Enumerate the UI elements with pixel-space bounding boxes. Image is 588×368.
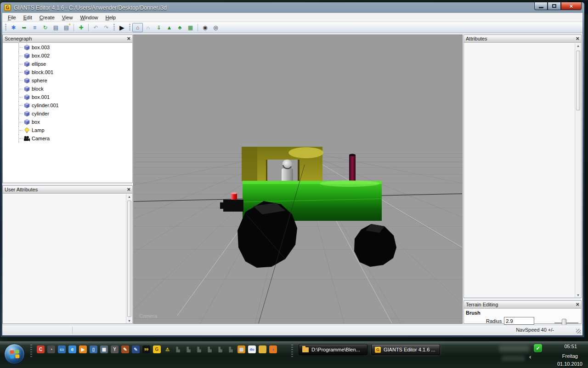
calculator-icon[interactable]: ▦ xyxy=(100,345,108,353)
beacon-light[interactable] xyxy=(231,193,237,200)
menu-create[interactable]: Create xyxy=(36,13,58,22)
play-icon[interactable]: ▶ xyxy=(117,23,127,32)
menu-file[interactable]: File xyxy=(4,13,20,22)
terrain-smooth-icon[interactable]: ∩ xyxy=(143,23,153,32)
scenegraph-item-box[interactable]: box xyxy=(3,118,132,126)
scenegraph-item-box.003[interactable]: box.003 xyxy=(3,43,132,52)
scrollbar-thumb[interactable] xyxy=(576,51,580,110)
undo-icon[interactable]: ↶ xyxy=(90,23,101,32)
tractor-shortcut-icon[interactable]: ▙ xyxy=(206,345,214,353)
terrain-slope-icon[interactable]: ▲ xyxy=(164,23,175,32)
taskband-grip[interactable] xyxy=(291,345,293,358)
giants-editor-icon[interactable]: G xyxy=(153,345,161,353)
tractor-shortcut-icon[interactable]: ▙ xyxy=(195,345,203,353)
start-button[interactable] xyxy=(4,344,25,364)
toolbar-grip[interactable] xyxy=(5,24,6,31)
tractor-shortcut-icon[interactable]: ▙ xyxy=(185,345,192,353)
radius-input[interactable] xyxy=(504,317,534,325)
maximize-button[interactable] xyxy=(548,2,561,10)
gauge-icon[interactable]: ◔ xyxy=(47,345,55,353)
ccleaner-icon[interactable]: C xyxy=(37,345,45,353)
foliage-paint-icon[interactable]: ♣ xyxy=(175,23,185,32)
scenegraph-header[interactable]: Scenegraph × xyxy=(3,35,132,43)
render-mode-icon[interactable]: ◉ xyxy=(200,23,210,32)
glass-app-icon[interactable]: ▯ xyxy=(90,345,97,353)
brush-tool-icon[interactable]: ✎ xyxy=(121,345,129,353)
scroll-up-icon[interactable]: ▲ xyxy=(575,44,581,47)
scroll-down-icon[interactable]: ▼ xyxy=(126,319,132,322)
scenegraph-item-Camera[interactable]: Camera xyxy=(3,134,132,143)
file-manager-icon[interactable]: ▤ xyxy=(237,345,245,353)
du-meter-icon[interactable]: du xyxy=(248,345,256,353)
scene-details-icon[interactable]: ≡ xyxy=(29,23,40,32)
taskbar-button-inactive[interactable]: D:\Programme\Blen... xyxy=(299,344,368,355)
terrain-editing-close-icon[interactable]: × xyxy=(576,301,579,308)
warning-icon[interactable]: ⚠ xyxy=(164,345,171,353)
terrain-sculpt-icon[interactable]: ⌂ xyxy=(132,23,143,32)
new-scene-icon[interactable]: ✱ xyxy=(8,23,19,32)
render-settings-icon[interactable]: ◎ xyxy=(210,23,221,32)
terrain-detail-icon[interactable]: ▦ xyxy=(185,23,196,32)
attributes-close-icon[interactable]: × xyxy=(576,35,579,42)
clock-time[interactable]: 05:51 xyxy=(564,344,577,349)
user-attributes-close-icon[interactable]: × xyxy=(127,186,130,193)
scroll-down-icon[interactable]: ▼ xyxy=(575,293,581,297)
menu-help[interactable]: Help xyxy=(102,13,120,22)
firefox-icon[interactable]: ◖ xyxy=(269,345,277,353)
save-as-icon[interactable]: ▤✶ xyxy=(61,23,72,32)
driver-body[interactable] xyxy=(282,168,293,182)
security-shield-icon[interactable]: ✓ xyxy=(534,344,542,352)
scenegraph-item-cylinder.001[interactable]: cylinder.001 xyxy=(3,101,132,109)
redo-icon[interactable]: ↷ xyxy=(101,23,112,32)
taskbar-button-active[interactable]: GGIANTS Editor 4.1.6 ... xyxy=(371,344,440,355)
scenegraph-item-box.002[interactable]: box.002 xyxy=(3,52,132,60)
terrain-lower-icon[interactable]: ⇓ xyxy=(153,23,164,32)
scenegraph-item-block.001[interactable]: block.001 xyxy=(3,68,132,76)
scrollbar-thumb[interactable] xyxy=(127,201,131,317)
menu-edit[interactable]: Edit xyxy=(20,13,36,22)
tractor-shortcut-icon[interactable]: ▙ xyxy=(216,345,224,353)
close-button[interactable]: × xyxy=(561,2,582,10)
scroll-up-icon[interactable]: ▲ xyxy=(126,195,132,198)
main-area: Scenegraph × box.003box.002ellipseblock.… xyxy=(2,33,582,325)
wishbone-tool-icon[interactable]: Y xyxy=(111,345,119,353)
quicklaunch-grip[interactable] xyxy=(30,345,32,358)
scenegraph-item-box.001[interactable]: box.001 xyxy=(3,93,132,101)
tractor-shortcut-icon[interactable]: ▙ xyxy=(174,345,182,353)
tractor-model[interactable] xyxy=(220,147,396,268)
toolbar-grip[interactable] xyxy=(113,24,115,31)
menu-window[interactable]: Window xyxy=(76,13,102,22)
user-attributes-scrollbar[interactable]: ▲ ▼ xyxy=(126,194,132,323)
open-icon[interactable]: ➥ xyxy=(19,23,29,32)
terrain-editing-header[interactable]: Terrain Editing × xyxy=(464,301,581,309)
attributes-scrollbar[interactable]: ▲ ▼ xyxy=(575,43,581,298)
scenegraph-item-sphere[interactable]: sphere xyxy=(3,76,132,85)
resize-grip[interactable] xyxy=(576,329,581,334)
attributes-header[interactable]: Attributes × xyxy=(464,35,581,43)
taskbar-button-label: D:\Programme\Blen... xyxy=(311,347,360,352)
scenegraph-close-icon[interactable]: × xyxy=(127,35,130,42)
scenegraph-item-Lamp[interactable]: Lamp xyxy=(3,126,132,134)
toolbar-grip[interactable] xyxy=(129,24,130,31)
tractor-shortcut-icon[interactable]: ▙ xyxy=(227,345,235,353)
save-icon[interactable]: ▤ xyxy=(51,23,61,32)
user-attributes-header[interactable]: User Attributes × xyxy=(3,186,132,194)
titlebar[interactable]: G GIANTS Editor 4.1.6 - C:/Users/Anwende… xyxy=(0,2,584,13)
scenegraph-item-ellipse[interactable]: ellipse xyxy=(3,60,132,68)
fps-counter-icon[interactable]: 99 xyxy=(142,345,150,353)
scenegraph-item-block[interactable]: block xyxy=(3,85,132,93)
front-bumper[interactable] xyxy=(223,200,243,212)
import-icon[interactable]: ✚ xyxy=(76,23,86,32)
display-icon[interactable]: ▭ xyxy=(58,345,66,353)
scenegraph-item-cylinder[interactable]: cylinder xyxy=(3,109,132,118)
exhaust-cylinder[interactable] xyxy=(349,155,356,181)
viewport-3d[interactable]: Camera xyxy=(133,34,463,324)
minimize-button[interactable] xyxy=(534,2,548,10)
tray-expand-icon[interactable]: ‹ xyxy=(529,353,531,360)
media-player-icon[interactable]: ▶ xyxy=(79,345,87,353)
notepad-icon[interactable]: ✎ xyxy=(132,345,140,353)
menu-view[interactable]: View xyxy=(58,13,77,22)
folder-icon[interactable] xyxy=(259,345,266,353)
reload-icon[interactable]: ↻ xyxy=(40,23,51,32)
internet-explorer-icon[interactable]: e xyxy=(68,345,76,353)
